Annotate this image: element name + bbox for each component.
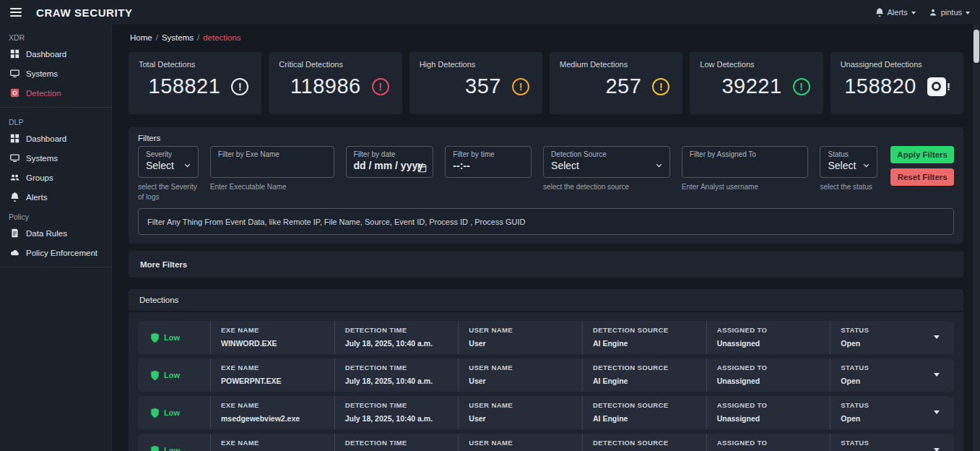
assigned-to-input[interactable]: Filter by Assigned To <box>682 146 809 178</box>
status-cell: STATUS Open <box>830 434 954 451</box>
date-input[interactable]: Filter by date dd / mm / yyyy <box>346 146 434 178</box>
time-filter-group: Filter by time --:-- <box>445 146 532 178</box>
sidebar-item-xdr-systems[interactable]: Systems <box>0 64 111 83</box>
menu-toggle-icon[interactable] <box>10 8 22 17</box>
sidebar-item-xdr-dashboard[interactable]: Dashboard <box>0 44 111 64</box>
exe-helper-text: Enter Executable Name <box>210 182 334 192</box>
assigned-to-input-label: Filter by Assigned To <box>690 150 801 158</box>
assigned-to-cell: ASSIGNED TO Unassigned <box>706 434 831 451</box>
sidebar-item-dlp-groups[interactable]: Groups <box>0 168 111 187</box>
column-header: EXE NAME <box>221 364 334 371</box>
alerts-dropdown[interactable]: Alerts <box>875 8 916 17</box>
time-input[interactable]: Filter by time --:-- <box>445 146 532 178</box>
breadcrumb-home[interactable]: Home <box>130 33 152 42</box>
detection-time-cell: DETECTION TIME July 18, 2025, 10:40 a.m. <box>334 396 459 429</box>
reset-filters-button[interactable]: Reset Filters <box>890 168 954 186</box>
detection-time-cell: DETECTION TIME July 18, 2025, 10:40 a.m. <box>334 321 459 354</box>
column-header: EXE NAME <box>221 326 334 334</box>
table-row: Low EXE NAME WINWORD.EXE DETECTION TIME … <box>138 321 954 354</box>
breadcrumb: Home/Systems/detections <box>130 33 963 42</box>
date-filter-group: Filter by date dd / mm / yyyy <box>346 146 434 178</box>
sidebar-item-label: Data Rules <box>26 229 67 238</box>
user-name-value: User <box>469 414 582 423</box>
detection-source-cell: DETECTION SOURCE AI Engine <box>582 358 706 392</box>
source-helper-text: select the detection source <box>543 182 670 192</box>
sidebar-item-policy-enforcement[interactable]: Policy Enforcement <box>0 243 111 262</box>
sidebar-item-xdr-detection[interactable]: Detection <box>0 83 111 103</box>
record-icon <box>10 88 20 98</box>
stat-card-label: Critical Detections <box>279 60 391 69</box>
detection-source-cell: DETECTION SOURCE AI Engine <box>582 434 706 451</box>
status-value: Open <box>841 414 954 423</box>
exe-filter-group: Filter by Exe Name Enter Executable Name <box>210 146 334 192</box>
column-header: DETECTION TIME <box>345 401 459 409</box>
user-name-cell: USER NAME User <box>458 358 582 392</box>
column-header: ASSIGNED TO <box>717 364 831 371</box>
app-title: CRAW SECURITY <box>36 7 133 19</box>
table-row: Low EXE NAME msedgewebview2.exe DETECTIO… <box>138 396 954 429</box>
date-input-label: Filter by date <box>354 150 426 158</box>
stat-card-value: 357 <box>465 74 501 98</box>
severity-label: Low <box>164 333 180 342</box>
stat-card: Critical Detections 118986 ! <box>269 52 402 114</box>
column-header: DETECTION TIME <box>345 364 459 371</box>
assigned-to-value: Unassigned <box>717 339 831 348</box>
sidebar-item-label: Alerts <box>26 193 47 202</box>
detection-time-value: July 18, 2025, 10:40 a.m. <box>345 377 459 385</box>
detections-panel-title: Detections <box>129 289 963 312</box>
calendar-icon[interactable] <box>417 163 427 176</box>
status-select[interactable]: Status Select <box>820 146 877 178</box>
detection-source-value: AI Engine <box>593 414 706 423</box>
sidebar-item-label: Detection <box>26 89 61 98</box>
sidebar-section-xdr: XDR <box>0 27 111 44</box>
people-icon <box>10 173 20 182</box>
column-header: USER NAME <box>469 401 582 409</box>
chevron-down-icon <box>966 12 970 14</box>
column-header: ASSIGNED TO <box>717 326 831 334</box>
stat-card-label: Low Detections <box>700 60 812 69</box>
column-header: DETECTION TIME <box>345 439 459 447</box>
detection-time-cell: DETECTION TIME July 18, 2025, 10:40 a.m. <box>334 434 459 451</box>
exe-name-cell: EXE NAME POWERPNT.EXE <box>210 358 334 392</box>
stat-card: High Detections 357 ! <box>409 52 542 114</box>
column-header: STATUS <box>841 326 954 334</box>
shield-icon <box>149 445 160 451</box>
exe-name-cell: EXE NAME POWERPNT.EXE <box>210 434 334 451</box>
cloud-icon <box>10 248 20 257</box>
event-data-filter-input[interactable] <box>138 208 954 235</box>
chevron-down-icon <box>655 159 663 172</box>
sidebar-item-dlp-systems[interactable]: Systems <box>0 148 111 168</box>
detection-time-value: July 18, 2025, 10:40 a.m. <box>345 414 459 423</box>
exe-name-value: msedgewebview2.exe <box>221 414 334 423</box>
detection-source-select[interactable]: Detection Source Select <box>543 146 670 178</box>
stat-card-value: 158821 <box>149 74 221 98</box>
stat-card-label: Unassigned Detections <box>841 60 953 69</box>
severity-badge: Low <box>138 321 210 354</box>
user-dropdown[interactable]: pintus <box>929 8 970 17</box>
status-helper-text: select the status <box>820 182 877 192</box>
stat-card-label: Medium Detections <box>560 60 672 69</box>
apply-filters-button[interactable]: Apply Filters <box>890 146 954 163</box>
status-dropdown-caret-icon[interactable] <box>934 335 940 339</box>
status-dropdown-caret-icon[interactable] <box>934 373 940 377</box>
scrollbar-thumb[interactable] <box>974 30 979 63</box>
detection-source-cell: DETECTION SOURCE AI Engine <box>582 321 706 354</box>
status-dropdown-caret-icon[interactable] <box>934 448 940 451</box>
status-dropdown-caret-icon[interactable] <box>934 411 940 414</box>
sidebar-item-dlp-alerts[interactable]: Alerts <box>0 187 111 207</box>
display-icon <box>10 69 20 78</box>
sidebar-item-policy-data-rules[interactable]: Data Rules <box>0 223 111 243</box>
more-filters-toggle[interactable]: More Filters <box>129 251 963 278</box>
time-input-label: Filter by time <box>453 150 524 158</box>
column-header: STATUS <box>841 364 954 371</box>
table-row: Low EXE NAME POWERPNT.EXE DETECTION TIME… <box>138 358 954 392</box>
severity-select[interactable]: Severity Select <box>138 146 199 178</box>
exe-name-value: POWERPNT.EXE <box>221 377 334 385</box>
column-header: DETECTION SOURCE <box>593 326 706 334</box>
sidebar-item-dlp-dashboard[interactable]: Dashboard <box>0 129 111 148</box>
exe-name-input-label: Filter by Exe Name <box>218 150 326 158</box>
exe-name-cell: EXE NAME msedgewebview2.exe <box>210 396 334 429</box>
exe-name-input[interactable]: Filter by Exe Name <box>210 146 334 178</box>
page-scrollbar[interactable] <box>973 25 980 451</box>
breadcrumb-systems[interactable]: Systems <box>162 33 194 42</box>
